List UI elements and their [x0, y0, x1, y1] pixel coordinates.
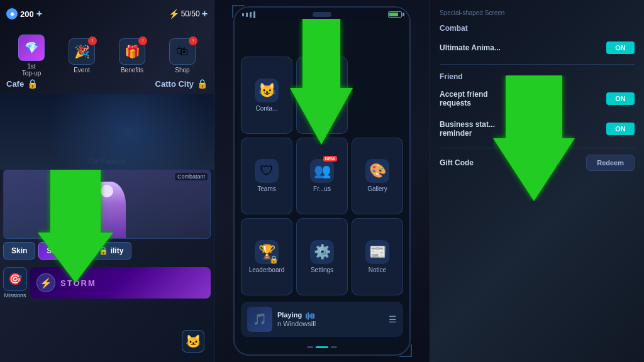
event-icon-box: 🎉 !: [69, 38, 95, 65]
character-image: [4, 170, 210, 238]
gallery-menu-item[interactable]: 🎨 Gallery: [352, 138, 403, 215]
navigation-menu-item[interactable]: ✦ ion: [296, 57, 348, 134]
accept-friend-toggle[interactable]: ON: [606, 92, 635, 105]
cat-menu-button[interactable]: 🐱: [182, 330, 204, 353]
summon-button[interactable]: Summon: [38, 242, 87, 260]
pause-dot-2: [323, 21, 325, 29]
phone-speaker: [313, 12, 331, 17]
storm-banner[interactable]: ⚡ STORM: [30, 267, 211, 299]
bottom-dot-active: [316, 346, 328, 348]
teams-icon-box: 🛡: [255, 159, 279, 183]
contact-icon: 😺: [258, 82, 275, 99]
stamina-value: 50/50: [181, 9, 200, 18]
combatant-label: Combatant: [175, 173, 208, 180]
event-button[interactable]: 🎉 ! Event: [69, 38, 95, 74]
music-icon: 🎵: [253, 312, 267, 326]
missions-container: 🎯 Missions: [3, 267, 27, 299]
signal-bar-2: [246, 13, 248, 17]
pause-indicator: [235, 21, 409, 29]
bottom-dot-3: [331, 346, 337, 348]
currency-plus-button[interactable]: +: [36, 8, 42, 19]
divider-2: [440, 148, 635, 148]
event-label: Event: [74, 67, 90, 74]
battery-fill: [389, 13, 398, 16]
navigation-icon: ✦: [316, 82, 328, 99]
catto-lock-icon: 🔒: [197, 79, 208, 89]
settings-icon: ⚙️: [314, 244, 331, 260]
benefits-icon: 🎁: [125, 44, 140, 59]
gallery-icon-box: 🎨: [365, 159, 389, 183]
leaderboard-menu-item[interactable]: 🏆 🔒 Leaderboard: [241, 218, 292, 295]
shop-button[interactable]: 🛍 ! Shop: [169, 38, 196, 74]
now-playing-bar[interactable]: 🎵 Playing n Windowsill ☰: [241, 302, 403, 337]
navigation-label: ion: [318, 105, 326, 112]
leaderboard-label: Leaderboard: [249, 266, 285, 273]
business-status-label: Business stat... reminder: [440, 120, 606, 138]
stamina-plus-button[interactable]: +: [202, 8, 208, 19]
accept-friend-label: Accept friend requests: [440, 90, 606, 107]
signal-bar-3: [250, 12, 252, 18]
bottom-dot-1: [307, 346, 313, 348]
notice-icon-box: 📰: [365, 240, 389, 264]
location-cafe[interactable]: Cafe 🔒: [6, 79, 38, 89]
accept-friend-row: Accept friend requests ON: [440, 87, 635, 110]
currency-display: ◈ 200 +: [6, 8, 42, 19]
song-name: n Windowsill: [277, 320, 384, 327]
utility-lock-icon: 🔒: [99, 246, 108, 255]
phone-time: 13:42: [235, 30, 409, 53]
skin-button[interactable]: Skin: [3, 242, 35, 260]
storm-icon: ⚡: [36, 273, 55, 292]
corner-decoration-br: [399, 344, 412, 357]
missions-label: Missions: [4, 292, 26, 299]
contact-menu-item[interactable]: 😺 Conta...: [241, 57, 292, 134]
friends-icon: 👥: [314, 163, 331, 179]
map-background: Cat Fantasy: [0, 94, 214, 170]
friends-icon-box: 👥 NEW: [310, 159, 334, 183]
benefits-button[interactable]: 🎁 ! Benefits: [119, 38, 145, 74]
special-screen-label: Special-shaped Screen: [440, 9, 635, 16]
now-playing-info: Playing n Windowsill: [277, 311, 384, 327]
missions-button[interactable]: 🎯: [3, 267, 27, 291]
map-area: Cat Fantasy: [0, 94, 214, 170]
redeem-button[interactable]: Redeem: [586, 155, 635, 171]
map-watermark: Cat Fantasy: [88, 157, 125, 165]
character-silhouette: [88, 182, 126, 238]
friends-menu-item[interactable]: 👥 NEW Fr...us: [296, 138, 348, 215]
song-waveform-inline: [306, 312, 314, 320]
notice-menu-item[interactable]: 📰 Notice: [352, 218, 403, 295]
corner-decoration-tl: [232, 5, 245, 18]
benefits-icon-box: 🎁 !: [119, 38, 145, 65]
pause-dots: [319, 21, 325, 29]
menu-icons-row: 💎 1st Top-up 🎉 ! Event 🎁 ! Benefits 🛍 ! …: [0, 35, 214, 77]
lock-overlay: 🔒: [269, 255, 279, 264]
benefits-badge: !: [138, 36, 147, 45]
phone-notch: [235, 8, 409, 21]
utility-button[interactable]: 🔒 ility: [91, 242, 132, 260]
now-playing-thumbnail: 🎵: [247, 307, 272, 332]
missions-icon: 🎯: [8, 272, 22, 286]
gallery-icon: 🎨: [369, 163, 386, 179]
teams-menu-item[interactable]: 🛡 Teams: [241, 138, 292, 215]
business-status-toggle[interactable]: ON: [606, 123, 635, 135]
settings-menu-item[interactable]: ⚙️ Settings: [296, 218, 348, 295]
combatant-display[interactable]: Combatant: [3, 170, 211, 239]
leaderboard-icon-box: 🏆 🔒: [255, 240, 279, 264]
pause-dot-1: [319, 21, 321, 29]
first-topup-button[interactable]: 💎 1st Top-up: [18, 35, 45, 77]
stamina-display: ⚡ 50/50 +: [169, 8, 208, 19]
now-playing-menu-icon[interactable]: ☰: [389, 314, 397, 324]
gift-code-label: Gift Code: [440, 158, 474, 167]
ultimate-animation-toggle[interactable]: ON: [606, 41, 635, 54]
friends-new-badge: NEW: [323, 156, 337, 162]
panel-phone-menu: 13:42 😺 Conta... ✦ ion 🛡: [214, 0, 430, 362]
settings-content: Special-shaped Screen Combat Ultimate An…: [430, 0, 644, 362]
shop-icon: 🛍: [176, 44, 189, 58]
location-catto[interactable]: Catto City 🔒: [155, 79, 208, 89]
shop-label: Shop: [175, 67, 189, 74]
event-badge: !: [88, 36, 97, 45]
friends-label: Fr...us: [313, 185, 331, 192]
ultimate-animation-label: Ultimate Anima...: [440, 43, 606, 52]
bottom-action-row: Skin Summon 🔒 ility: [3, 242, 211, 260]
divider-1: [440, 64, 635, 65]
navigation-icon-box: ✦: [310, 79, 334, 102]
